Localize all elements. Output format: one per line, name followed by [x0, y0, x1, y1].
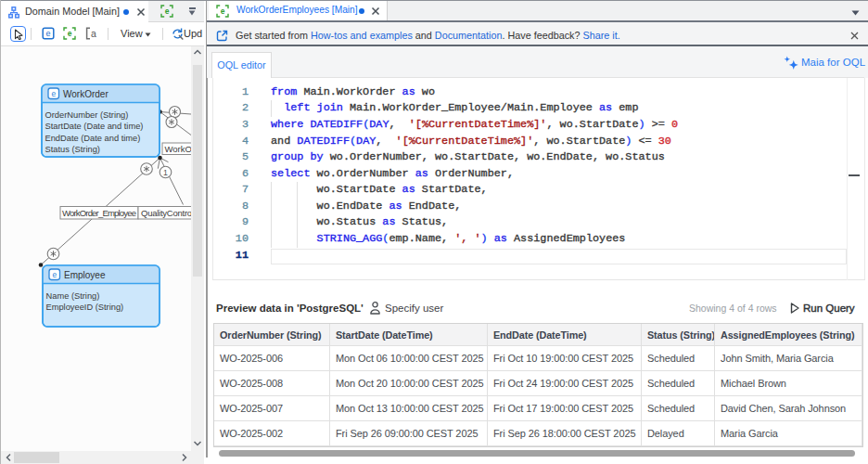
svg-text:e: e — [165, 6, 170, 16]
svg-text:Name (String): Name (String) — [46, 291, 100, 301]
svg-text:OrderNumber (String): OrderNumber (String) — [45, 110, 129, 120]
svg-text:1: 1 — [163, 168, 168, 177]
svg-text:Status (String): Status (String) — [45, 145, 100, 154]
svg-text:Employee: Employee — [64, 270, 106, 280]
svg-text:e: e — [68, 29, 72, 38]
svg-text:WorkOrd: WorkOrd — [165, 144, 192, 154]
svg-text:e: e — [221, 6, 225, 16]
svg-text:e: e — [45, 29, 50, 38]
svg-text:e: e — [51, 89, 56, 98]
svg-text:WorkOrder_Employee: WorkOrder_Employee — [62, 208, 136, 218]
svg-text:WorkOrder: WorkOrder — [63, 89, 108, 99]
svg-text:QualityControl_: QualityControl_ — [141, 208, 191, 218]
svg-text:EndDate (Date and time): EndDate (Date and time) — [45, 134, 141, 143]
svg-text:e: e — [52, 270, 57, 279]
svg-text:a: a — [91, 28, 96, 39]
svg-text:StartDate (Date and time): StartDate (Date and time) — [45, 122, 144, 131]
svg-text:EmployeeID (String): EmployeeID (String) — [46, 303, 124, 312]
